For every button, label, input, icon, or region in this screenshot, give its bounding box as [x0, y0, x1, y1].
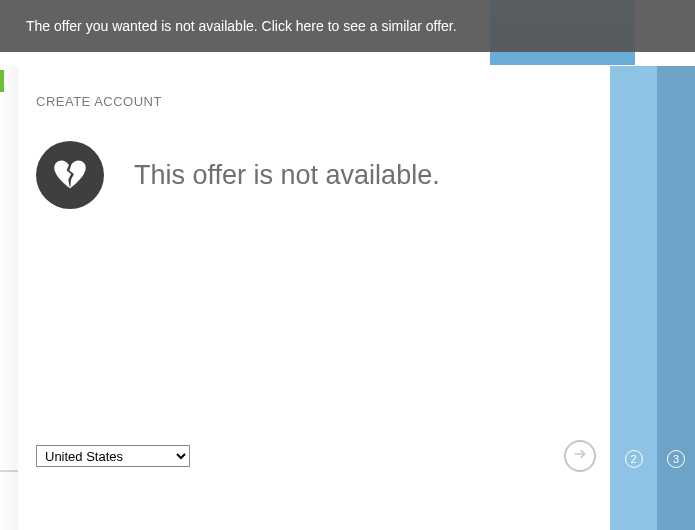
footer-row: United States [36, 440, 596, 472]
step-rail-2: 2 [610, 66, 657, 530]
create-account-panel: CREATE ACCOUNT This offer is not availab… [18, 66, 610, 530]
notification-bar[interactable]: The offer you wanted is not available. C… [0, 0, 695, 52]
message-row: This offer is not available. [36, 141, 592, 209]
close-button[interactable] [574, 84, 598, 108]
step-2-badge[interactable]: 2 [625, 450, 643, 468]
panel-title: CREATE ACCOUNT [36, 94, 592, 109]
step-3-number: 3 [673, 454, 679, 465]
country-select[interactable]: United States [36, 445, 190, 467]
next-button[interactable] [564, 440, 596, 472]
step-3-badge[interactable]: 3 [667, 450, 685, 468]
offer-message: This offer is not available. [134, 160, 440, 191]
notification-text: The offer you wanted is not available. C… [26, 18, 457, 34]
arrow-right-icon [572, 446, 588, 466]
panel-shadow [0, 66, 18, 530]
broken-heart-icon [36, 141, 104, 209]
step-2-number: 2 [630, 454, 636, 465]
step-rail-3: 3 [657, 66, 695, 530]
